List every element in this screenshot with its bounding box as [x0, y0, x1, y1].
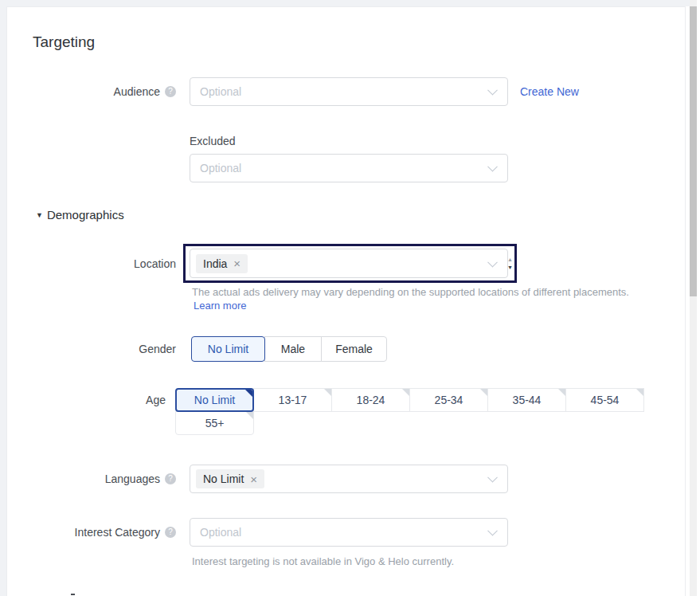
- excluded-label: Excluded: [190, 135, 236, 147]
- next-section-cutoff: [71, 594, 75, 595]
- corner-fold-icon: [402, 389, 409, 396]
- location-helper-text: The actual ads delivery may vary dependi…: [192, 286, 629, 298]
- audience-select[interactable]: Optional: [190, 77, 508, 106]
- corner-fold-icon: [558, 389, 565, 396]
- spinner-down-icon[interactable]: ▼: [507, 265, 513, 270]
- learn-more-link[interactable]: Learn more: [194, 300, 246, 312]
- help-icon[interactable]: ?: [165, 527, 176, 538]
- chevron-down-icon: [487, 257, 498, 267]
- age-option-label: 25-34: [435, 394, 463, 406]
- demographics-section-toggle[interactable]: ▼ Demographics: [36, 208, 124, 222]
- gender-button-group: No Limit Male Female: [191, 336, 387, 362]
- age-option-25-34[interactable]: 25-34: [409, 388, 488, 412]
- page-top-margin: [0, 0, 690, 6]
- age-option-label: 55+: [205, 417, 225, 429]
- caret-down-icon: ▼: [36, 211, 43, 219]
- languages-tag: No Limit ×: [196, 469, 264, 488]
- languages-label: Languages ?: [7, 465, 176, 493]
- corner-fold-icon: [246, 412, 253, 419]
- page-title: Targeting: [33, 33, 95, 51]
- gender-label-text: Gender: [139, 343, 176, 355]
- chevron-down-icon: [487, 526, 498, 536]
- excluded-placeholder: Optional: [196, 162, 241, 174]
- interest-category-placeholder: Optional: [196, 526, 241, 539]
- location-select[interactable]: India ×: [190, 249, 508, 278]
- help-icon[interactable]: ?: [165, 473, 176, 484]
- age-option-label: 13-17: [279, 394, 307, 406]
- close-icon[interactable]: ×: [250, 473, 257, 485]
- location-tag: India ×: [196, 254, 248, 273]
- age-option-18-24[interactable]: 18-24: [331, 388, 410, 412]
- audience-label: Audience ?: [7, 77, 176, 106]
- gender-label: Gender: [7, 336, 176, 362]
- location-tag-text: India: [203, 257, 227, 270]
- age-option-label: No Limit: [194, 394, 235, 406]
- gender-option-male[interactable]: Male: [264, 336, 322, 362]
- languages-label-text: Languages: [105, 472, 160, 485]
- close-icon[interactable]: ×: [233, 257, 241, 269]
- chevron-down-icon: [487, 162, 498, 172]
- age-option-label: 35-44: [513, 394, 542, 406]
- age-button-row-1: No Limit 13-17 18-24 25-34 35-44 45-54: [175, 388, 644, 412]
- age-label: Age: [7, 388, 166, 412]
- age-label-text: Age: [146, 394, 166, 406]
- age-button-row-2: 55+: [175, 411, 254, 435]
- location-label-text: Location: [134, 257, 176, 270]
- location-label: Location: [7, 249, 176, 278]
- gender-option-female[interactable]: Female: [321, 336, 387, 362]
- corner-fold-icon: [324, 389, 331, 396]
- interest-category-select[interactable]: Optional: [190, 518, 508, 547]
- page-left-margin: [0, 0, 6, 596]
- corner-fold-icon: [636, 389, 643, 396]
- create-new-link[interactable]: Create New: [520, 85, 579, 98]
- age-option-55-plus[interactable]: 55+: [175, 411, 254, 435]
- audience-placeholder: Optional: [196, 85, 241, 98]
- demographics-section-label: Demographics: [47, 208, 124, 222]
- age-option-45-54[interactable]: 45-54: [565, 388, 644, 412]
- gender-option-no-limit[interactable]: No Limit: [191, 336, 265, 362]
- age-option-13-17[interactable]: 13-17: [253, 388, 332, 412]
- chevron-down-icon: [487, 85, 498, 96]
- excluded-select[interactable]: Optional: [190, 154, 508, 182]
- age-option-no-limit[interactable]: No Limit: [175, 388, 254, 412]
- targeting-card: Targeting Audience ? Optional Create New…: [6, 6, 686, 596]
- age-option-35-44[interactable]: 35-44: [487, 388, 566, 412]
- age-option-label: 18-24: [357, 394, 385, 406]
- chevron-down-icon: [487, 472, 498, 483]
- interest-category-helper-text: Interest targeting is not available in V…: [192, 555, 454, 567]
- languages-tag-text: No Limit: [203, 472, 244, 485]
- create-new-link-wrap: Create New: [520, 77, 579, 106]
- spinner-up-icon[interactable]: ▲: [507, 257, 513, 262]
- corner-fold-icon: [245, 390, 252, 397]
- corner-fold-icon: [480, 389, 487, 396]
- help-icon[interactable]: ?: [165, 86, 176, 97]
- age-option-label: 45-54: [591, 394, 620, 406]
- audience-label-text: Audience: [114, 85, 160, 98]
- interest-category-label: Interest Category ?: [7, 518, 176, 547]
- languages-select[interactable]: No Limit ×: [190, 465, 508, 493]
- learn-more-wrap: Learn more: [194, 300, 246, 312]
- scrollbar-thumb[interactable]: [690, 6, 697, 296]
- interest-category-label-text: Interest Category: [75, 526, 160, 539]
